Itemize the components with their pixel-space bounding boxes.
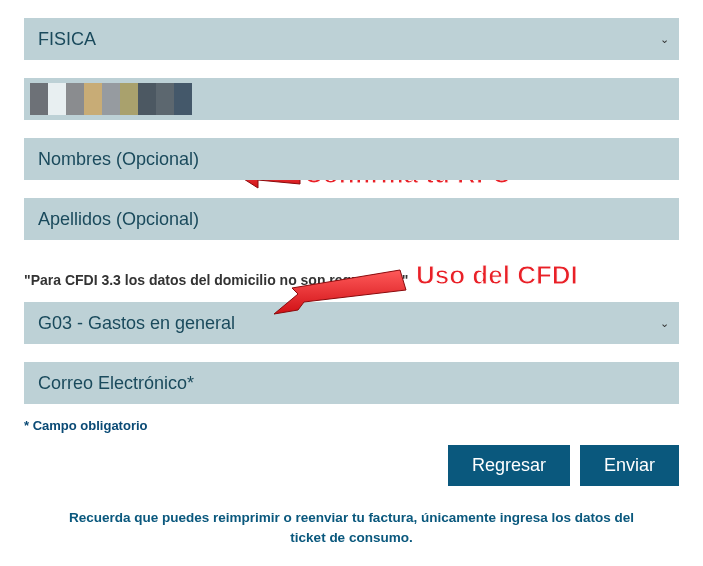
persona-select-value: FISICA: [38, 29, 96, 50]
required-note: * Campo obligatorio: [24, 418, 679, 433]
button-row: Regresar Enviar: [24, 445, 679, 486]
apellidos-input[interactable]: [38, 198, 665, 240]
cfdi-note: "Para CFDI 3.3 los datos del domicilio n…: [24, 272, 679, 288]
correo-input[interactable]: [38, 362, 665, 404]
chevron-down-icon: ⌄: [660, 33, 669, 46]
uso-cfdi-select[interactable]: G03 - Gastos en general ⌄ Uso del CFDI: [24, 302, 679, 344]
apellidos-field[interactable]: [24, 198, 679, 240]
send-button[interactable]: Enviar: [580, 445, 679, 486]
nombres-field[interactable]: [24, 138, 679, 180]
correo-field[interactable]: [24, 362, 679, 404]
chevron-down-icon: ⌄: [660, 317, 669, 330]
back-button[interactable]: Regresar: [448, 445, 570, 486]
uso-cfdi-value: G03 - Gastos en general: [38, 313, 235, 334]
rfc-field[interactable]: Confirma tu RFC: [24, 78, 679, 120]
nombres-input[interactable]: [38, 138, 665, 180]
rfc-value-obscured: [30, 83, 192, 115]
footer-note: Recuerda que puedes reimprimir o reenvia…: [24, 508, 679, 549]
persona-select[interactable]: FISICA ⌄: [24, 18, 679, 60]
